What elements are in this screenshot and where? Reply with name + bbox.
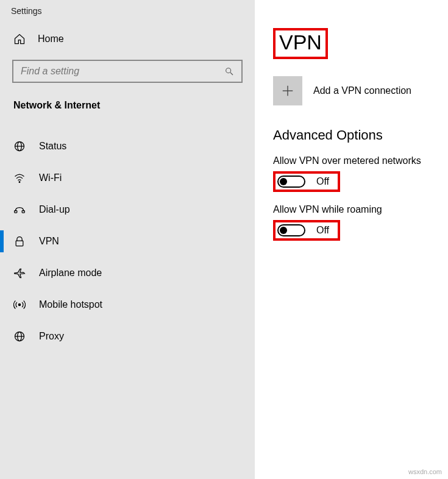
dialup-icon — [13, 204, 26, 216]
sidebar-item-label: Airplane mode — [39, 268, 102, 279]
option-roaming-label: Allow VPN while roaming — [273, 204, 430, 215]
home-label: Home — [38, 34, 64, 44]
category-header: Network & Internet — [0, 94, 255, 119]
highlight-box-metered: Off — [273, 171, 340, 192]
toggle-metered-state: Off — [316, 176, 329, 187]
svg-rect-8 — [16, 241, 23, 246]
search-input[interactable] — [21, 66, 224, 77]
wifi-icon — [13, 172, 26, 184]
settings-sidebar: Settings Home Network & Internet Status … — [0, 0, 255, 479]
sidebar-item-label: Status — [39, 141, 66, 152]
svg-rect-7 — [22, 211, 24, 213]
svg-point-5 — [19, 182, 20, 183]
airplane-icon — [13, 267, 26, 279]
search-box[interactable] — [12, 60, 243, 83]
plus-icon — [281, 84, 294, 98]
proxy-icon — [13, 330, 26, 342]
search-icon — [224, 66, 234, 76]
toggle-knob — [280, 227, 287, 234]
sidebar-item-hotspot[interactable]: Mobile hotspot — [0, 289, 255, 321]
home-nav[interactable]: Home — [0, 27, 255, 51]
option-roaming: Allow VPN while roaming Off — [273, 204, 430, 241]
sidebar-item-vpn[interactable]: VPN — [0, 225, 255, 257]
toggle-roaming[interactable] — [277, 224, 305, 236]
main-content: VPN Add a VPN connection Advanced Option… — [255, 0, 448, 479]
sidebar-item-wifi[interactable]: Wi-Fi — [0, 162, 255, 194]
toggle-metered[interactable] — [277, 176, 305, 188]
sidebar-item-label: Mobile hotspot — [39, 299, 102, 310]
add-icon-box — [273, 76, 302, 105]
svg-rect-6 — [15, 211, 17, 213]
app-title: Settings — [0, 0, 255, 27]
sidebar-nav: Status Wi-Fi Dial-up VPN Airplane mode M… — [0, 130, 255, 352]
sidebar-item-proxy[interactable]: Proxy — [0, 321, 255, 352]
globe-icon — [13, 140, 26, 152]
add-vpn-label: Add a VPN connection — [313, 85, 411, 96]
sidebar-item-status[interactable]: Status — [0, 130, 255, 162]
highlight-box-roaming: Off — [273, 220, 340, 241]
hotspot-icon — [13, 299, 26, 311]
option-metered-label: Allow VPN over metered networks — [273, 155, 430, 166]
sidebar-item-label: Wi-Fi — [39, 172, 62, 183]
svg-point-9 — [18, 303, 20, 305]
toggle-knob — [280, 178, 287, 185]
highlight-box-title: VPN — [273, 28, 328, 59]
home-icon — [13, 33, 26, 45]
vpn-icon — [13, 235, 26, 247]
sidebar-item-label: VPN — [39, 236, 59, 247]
advanced-options-title: Advanced Options — [273, 127, 430, 143]
sidebar-item-dialup[interactable]: Dial-up — [0, 194, 255, 225]
sidebar-item-label: Dial-up — [39, 204, 70, 215]
page-title: VPN — [279, 30, 322, 54]
sidebar-item-label: Proxy — [39, 331, 64, 342]
svg-line-1 — [230, 73, 233, 75]
option-metered: Allow VPN over metered networks Off — [273, 155, 430, 192]
toggle-roaming-state: Off — [316, 225, 329, 236]
watermark: wsxdn.com — [408, 468, 442, 475]
sidebar-item-airplane[interactable]: Airplane mode — [0, 257, 255, 289]
add-vpn-connection[interactable]: Add a VPN connection — [273, 76, 430, 105]
svg-point-0 — [226, 68, 231, 73]
